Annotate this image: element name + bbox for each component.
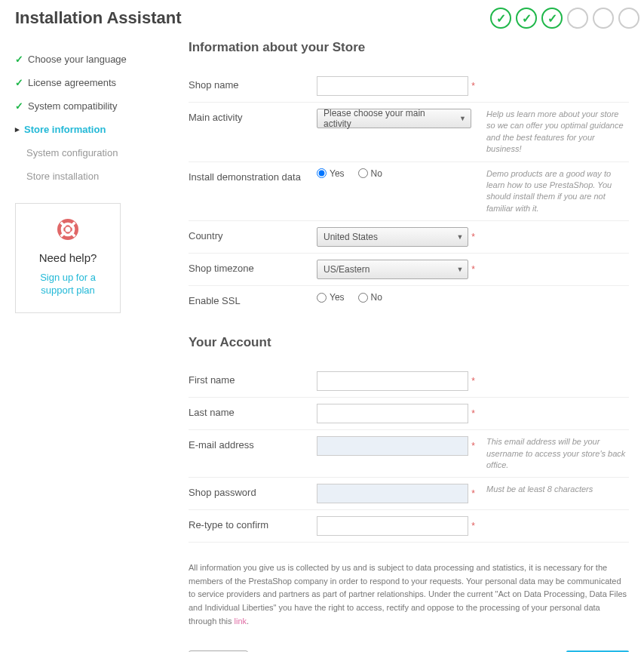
demo-no-radio[interactable]: No [358, 168, 382, 179]
lastname-label: Last name [189, 404, 317, 418]
help-box: Need help? Sign up for a support plan [15, 203, 121, 313]
email-input[interactable] [317, 436, 468, 456]
page-title: Installation Assistant [15, 8, 181, 28]
required-marker: * [471, 488, 475, 499]
password-label: Shop password [189, 484, 317, 498]
shop-name-input[interactable] [317, 76, 468, 96]
required-marker: * [471, 81, 475, 91]
progress-step-4 [567, 8, 588, 29]
svg-point-1 [64, 226, 71, 232]
required-marker: * [471, 441, 475, 451]
progress-indicator [490, 8, 629, 29]
help-signup-link[interactable]: Sign up for a support plan [27, 272, 109, 297]
store-section-heading: Information about your Store [189, 40, 629, 55]
progress-step-2 [516, 8, 537, 29]
timezone-select[interactable]: US/Eastern [317, 260, 468, 279]
help-title: Need help? [27, 251, 109, 264]
demo-hint: Demo products are a good way to learn ho… [475, 168, 629, 215]
lifesaver-icon [27, 219, 109, 245]
password-input[interactable] [317, 484, 468, 503]
demo-label: Install demonstration data [189, 168, 317, 183]
step-nav: Choose your language License agreements … [15, 48, 173, 188]
email-hint: This email address will be your username… [475, 436, 629, 471]
nav-store-install: Store installation [15, 165, 173, 188]
required-marker: * [471, 264, 475, 275]
progress-step-3 [541, 8, 563, 29]
legal-link[interactable]: link [235, 617, 247, 626]
confirm-label: Re-type to confirm [189, 516, 317, 531]
demo-yes-radio[interactable]: Yes [317, 168, 345, 179]
progress-step-5 [593, 8, 614, 29]
ssl-label: Enable SSL [189, 292, 317, 306]
lastname-input[interactable] [317, 404, 468, 423]
timezone-label: Shop timezone [189, 260, 317, 274]
required-marker: * [471, 376, 475, 386]
activity-hint: Help us learn more about your store so w… [475, 109, 629, 155]
activity-select[interactable]: Please choose your main activity [317, 109, 471, 128]
confirm-input[interactable] [317, 516, 468, 536]
password-hint: Must be at least 8 characters [475, 484, 629, 495]
progress-step-6 [618, 8, 639, 29]
shop-name-label: Shop name [189, 76, 317, 91]
nav-system-config: System configuration [15, 141, 173, 165]
nav-license[interactable]: License agreements [15, 71, 173, 94]
account-section-heading: Your Account [189, 335, 629, 350]
nav-store-info[interactable]: Store information [15, 118, 173, 141]
progress-step-1 [490, 8, 511, 29]
required-marker: * [471, 408, 475, 419]
activity-label: Main activity [189, 109, 317, 123]
nav-choose-language[interactable]: Choose your language [15, 48, 173, 71]
legal-notice: All information you give us is collected… [189, 561, 629, 628]
country-select[interactable]: United States [317, 227, 468, 247]
country-label: Country [189, 227, 317, 241]
firstname-label: First name [189, 371, 317, 386]
ssl-no-radio[interactable]: No [358, 292, 382, 303]
ssl-yes-radio[interactable]: Yes [317, 292, 345, 303]
nav-compatibility[interactable]: System compatibility [15, 94, 173, 118]
required-marker: * [471, 521, 475, 531]
email-label: E-mail address [189, 436, 317, 451]
required-marker: * [471, 232, 475, 242]
firstname-input[interactable] [317, 371, 468, 391]
